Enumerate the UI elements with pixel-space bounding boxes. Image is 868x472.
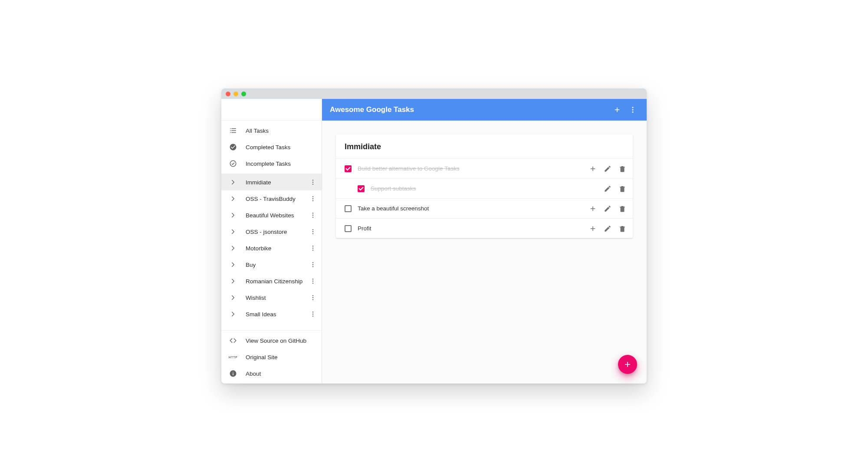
list-more-button[interactable] — [308, 259, 318, 270]
svg-point-22 — [312, 295, 313, 296]
sidebar-filters: All Tasks Completed Tasks Incomplete Tas… — [221, 121, 322, 174]
app-window: All Tasks Completed Tasks Incomplete Tas… — [221, 88, 647, 384]
add-subtask-button[interactable] — [589, 204, 597, 213]
sidebar-filter-incomplete[interactable]: Incomplete Tasks — [221, 155, 322, 172]
sidebar-footer-label: About — [246, 370, 318, 377]
sidebar-list-item[interactable]: Beautiful Websites — [221, 207, 322, 223]
svg-point-29 — [632, 109, 634, 111]
sidebar-list-item[interactable]: Small Ideas — [221, 306, 322, 322]
svg-point-10 — [312, 229, 313, 230]
list-more-button[interactable] — [308, 177, 318, 187]
list-more-button[interactable] — [308, 210, 318, 220]
list-more-button[interactable] — [308, 292, 318, 303]
svg-point-18 — [312, 266, 313, 267]
chevron-right-icon — [228, 244, 238, 252]
sidebar-lists: ImmidiateOSS - TravisBuddyBeautiful Webs… — [221, 174, 322, 331]
window-titlebar — [221, 88, 647, 99]
svg-point-21 — [312, 282, 313, 283]
task-label: Profit — [358, 225, 589, 232]
sidebar-filter-label: Incomplete Tasks — [246, 161, 318, 167]
sidebar-footer-github[interactable]: View Source on GitHub — [221, 332, 322, 349]
svg-point-0 — [230, 161, 236, 167]
sidebar-logo-area — [221, 99, 322, 121]
task-list-card: Immidiate Build better alternative to Go… — [336, 134, 633, 238]
app-body: All Tasks Completed Tasks Incomplete Tas… — [221, 99, 647, 384]
svg-point-30 — [632, 111, 634, 113]
list-more-button[interactable] — [308, 226, 318, 237]
svg-point-1 — [312, 180, 313, 180]
svg-point-4 — [312, 196, 313, 197]
sidebar-list-item[interactable]: OSS - jsonstore — [221, 223, 322, 240]
task-actions — [589, 224, 627, 233]
sidebar-list-item[interactable]: Motorbike — [221, 240, 322, 256]
svg-point-2 — [312, 182, 313, 183]
list-more-button[interactable] — [308, 276, 318, 286]
list-more-button[interactable] — [308, 309, 318, 319]
svg-point-27 — [312, 315, 313, 316]
main-panel: Awesome Google Tasks Immidiate Build bet… — [322, 99, 647, 384]
task-checkbox[interactable] — [345, 165, 352, 172]
chevron-right-icon — [228, 261, 238, 269]
edit-task-button[interactable] — [603, 204, 612, 213]
delete-task-button[interactable] — [618, 204, 627, 213]
sidebar-list-label: Beautiful Websites — [246, 212, 308, 219]
sidebar-list-label: Romanian Citizenship — [246, 278, 308, 285]
sidebar-list-item[interactable]: OSS - TravisBuddy — [221, 190, 322, 207]
delete-task-button[interactable] — [618, 224, 627, 233]
svg-point-3 — [312, 184, 313, 184]
svg-point-14 — [312, 248, 313, 249]
window-minimize-icon[interactable] — [233, 92, 238, 96]
svg-point-28 — [632, 107, 634, 108]
edit-task-button[interactable] — [603, 164, 612, 173]
add-subtask-button[interactable] — [589, 164, 597, 173]
sidebar-filter-all-tasks[interactable]: All Tasks — [221, 122, 322, 139]
svg-point-23 — [312, 297, 313, 298]
list-icon — [228, 127, 238, 134]
sidebar-list-item[interactable]: Immidiate — [221, 174, 322, 190]
task-label: Take a beautiful screenshot — [358, 205, 589, 212]
svg-point-8 — [312, 215, 313, 216]
sidebar-list-label: Buy — [246, 262, 308, 268]
fab-add-task[interactable] — [618, 355, 637, 374]
sidebar: All Tasks Completed Tasks Incomplete Tas… — [221, 99, 322, 384]
svg-point-13 — [312, 246, 313, 246]
svg-point-16 — [312, 262, 313, 263]
task-checkbox[interactable] — [358, 185, 365, 192]
delete-task-button[interactable] — [618, 184, 627, 193]
task-label: Build better alternative to Google Tasks — [358, 165, 589, 172]
svg-point-9 — [312, 216, 313, 217]
code-icon — [228, 337, 238, 344]
svg-point-11 — [312, 231, 313, 232]
list-more-button[interactable] — [308, 193, 318, 204]
svg-point-5 — [312, 198, 313, 199]
sidebar-filter-completed[interactable]: Completed Tasks — [221, 139, 322, 155]
window-close-icon[interactable] — [226, 92, 230, 96]
appbar-add-button[interactable] — [611, 104, 623, 116]
sidebar-footer-original-site[interactable]: HTTP Original Site — [221, 349, 322, 365]
delete-task-button[interactable] — [618, 164, 627, 173]
sidebar-list-label: Wishlist — [246, 295, 308, 301]
sidebar-list-item[interactable]: Wishlist — [221, 289, 322, 306]
sidebar-list-item[interactable]: Buy — [221, 256, 322, 273]
task-checkbox[interactable] — [345, 225, 352, 232]
add-subtask-button[interactable] — [589, 224, 597, 233]
sidebar-footer-about[interactable]: About — [221, 365, 322, 382]
task-checkbox[interactable] — [345, 205, 352, 212]
chevron-right-icon — [228, 294, 238, 302]
subtask-row: Support subtasks — [336, 178, 633, 198]
task-row: Profit — [336, 218, 633, 238]
list-more-button[interactable] — [308, 243, 318, 253]
chevron-right-icon — [228, 211, 238, 219]
sidebar-footer-label: Original Site — [246, 354, 318, 361]
task-actions — [589, 204, 627, 213]
sidebar-list-item[interactable]: Romanian Citizenship — [221, 273, 322, 289]
task-row: Build better alternative to Google Tasks — [336, 158, 633, 178]
task-actions — [603, 184, 627, 193]
appbar-more-button[interactable] — [627, 104, 639, 116]
edit-task-button[interactable] — [603, 184, 612, 193]
edit-task-button[interactable] — [603, 224, 612, 233]
task-row: Take a beautiful screenshot — [336, 198, 633, 218]
window-zoom-icon[interactable] — [241, 92, 246, 96]
info-icon — [228, 370, 238, 377]
sidebar-list-label: Immidiate — [246, 179, 308, 186]
